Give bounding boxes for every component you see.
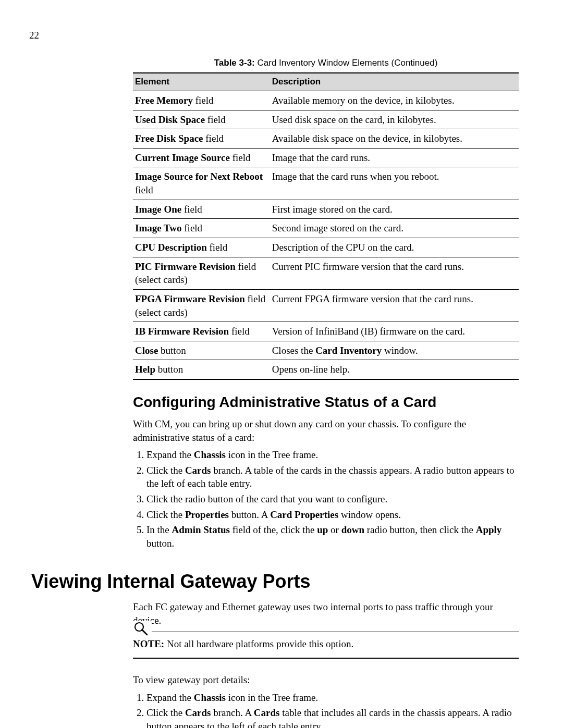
col-header-element: Element [133, 73, 270, 91]
element-cell: Free Memory field [133, 91, 270, 110]
svg-line-1 [142, 630, 148, 635]
note-text: Not all hardware platforms provide this … [164, 638, 353, 649]
section-heading-viewing-gateway-ports: Viewing Internal Gateway Ports [31, 569, 519, 595]
section2-intro: Each FC gateway and Ethernet gateway use… [133, 600, 519, 627]
description-cell: Used disk space on the card, in kilobyte… [270, 110, 519, 129]
element-cell: Free Disk Space field [133, 129, 270, 149]
table-row: Image Two fieldSecond image stored on th… [133, 219, 519, 238]
section2-steps: Expand the Chassis icon in the Tree fram… [133, 691, 519, 728]
element-cell: Current Image Source field [133, 148, 270, 167]
section1-intro: With CM, you can bring up or shut down a… [133, 417, 519, 444]
note-label: NOTE: [133, 638, 164, 649]
list-item: Click the Cards branch. A table of the c… [146, 464, 519, 490]
description-cell: Opens on-line help. [270, 360, 519, 379]
table-caption-label: Table 3-3: [214, 58, 255, 68]
table-caption: Table 3-3: Card Inventory Window Element… [133, 57, 519, 69]
table-row: Image One fieldFirst image stored on the… [133, 200, 519, 219]
description-cell: Current PIC firmware version that the ca… [270, 257, 519, 289]
section1-steps: Expand the Chassis icon in the Tree fram… [133, 448, 519, 550]
table-row: CPU Description fieldDescription of the … [133, 238, 519, 257]
element-cell: Used Disk Space field [133, 110, 270, 129]
list-item: In the Admin Status field of the, click … [146, 523, 519, 550]
table-row: Free Memory fieldAvailable memory on the… [133, 91, 519, 110]
table-caption-text: Card Inventory Window Elements (Continue… [258, 58, 438, 68]
list-item: Click the Properties button. A Card Prop… [146, 508, 519, 522]
table-row: Used Disk Space fieldUsed disk space on … [133, 110, 519, 129]
list-item: Click the Cards branch. A Cards table th… [146, 706, 519, 728]
description-cell: Description of the CPU on the card. [270, 238, 519, 257]
table-row: Current Image Source fieldImage that the… [133, 148, 519, 167]
element-cell: PIC Firmware Revision field (select card… [133, 257, 270, 289]
element-cell: Close button [133, 341, 270, 360]
page-number: 22 [29, 29, 39, 42]
table-row: Free Disk Space fieldAvailable disk spac… [133, 129, 519, 149]
table-row: Image Source for Next Reboot fieldImage … [133, 167, 519, 200]
description-cell: Image that the card runs when you reboot… [270, 167, 519, 200]
element-cell: Image One field [133, 200, 270, 219]
description-cell: Current FPGA firmware version that the c… [270, 289, 519, 322]
page-content: Table 3-3: Card Inventory Window Element… [133, 29, 519, 728]
table-row: PIC Firmware Revision field (select card… [133, 257, 519, 289]
description-cell: Version of InfiniBand (IB) firmware on t… [270, 322, 519, 341]
note-block: NOTE: Not all hardware platforms provide… [133, 632, 519, 659]
element-cell: Help button [133, 360, 270, 379]
magnifier-icon [133, 621, 152, 636]
card-inventory-table: Element Description Free Memory fieldAva… [133, 72, 519, 380]
section2-lead: To view gateway port details: [133, 673, 519, 687]
element-cell: IB Firmware Revision field [133, 322, 270, 341]
list-item: Click the radio button of the card that … [146, 492, 519, 506]
list-item: Expand the Chassis icon in the Tree fram… [146, 448, 519, 462]
section-heading-configuring: Configuring Administrative Status of a C… [133, 392, 519, 412]
table-row: IB Firmware Revision fieldVersion of Inf… [133, 322, 519, 341]
element-cell: CPU Description field [133, 238, 270, 257]
col-header-description: Description [270, 73, 519, 91]
element-cell: Image Two field [133, 219, 270, 238]
description-cell: Available disk space on the device, in k… [270, 129, 519, 149]
description-cell: Second image stored on the card. [270, 219, 519, 238]
description-cell: Available memory on the device, in kilob… [270, 91, 519, 110]
description-cell: First image stored on the card. [270, 200, 519, 219]
table-row: Help buttonOpens on-line help. [133, 360, 519, 379]
description-cell: Closes the Card Inventory window. [270, 341, 519, 360]
table-row: FPGA Firmware Revision field (select car… [133, 289, 519, 322]
list-item: Expand the Chassis icon in the Tree fram… [146, 691, 519, 705]
description-cell: Image that the card runs. [270, 148, 519, 167]
table-header-row: Element Description [133, 73, 519, 91]
page: 22 Table 3-3: Card Inventory Window Elem… [0, 0, 563, 728]
element-cell: FPGA Firmware Revision field (select car… [133, 289, 270, 322]
element-cell: Image Source for Next Reboot field [133, 167, 270, 200]
table-row: Close buttonCloses the Card Inventory wi… [133, 341, 519, 360]
